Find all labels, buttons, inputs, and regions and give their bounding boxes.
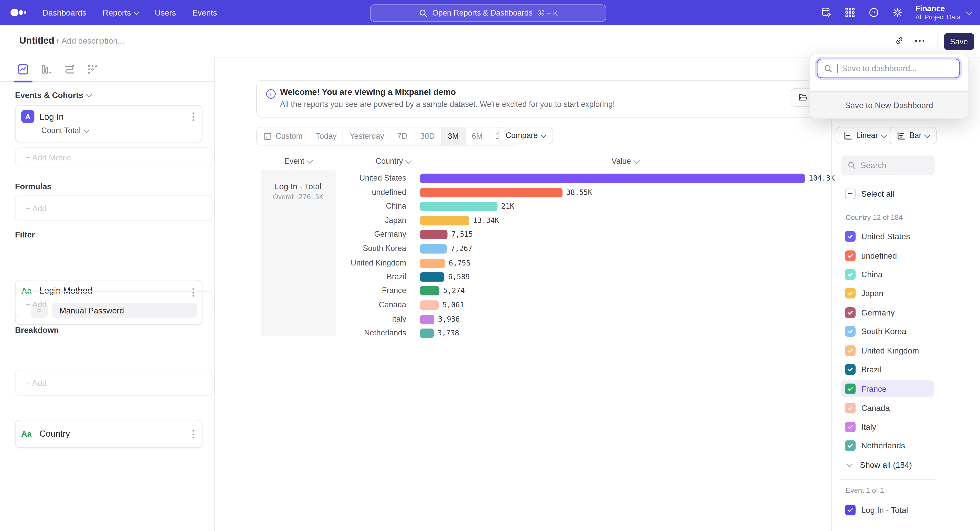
chevron-down-icon <box>846 461 853 467</box>
country-filter-row[interactable]: Brazil <box>841 361 934 377</box>
country-filter-row[interactable]: France <box>841 380 934 396</box>
report-header: Untitled + Add description... <box>0 25 980 57</box>
column-header-value[interactable]: Value <box>587 157 662 165</box>
chart-bar[interactable] <box>420 244 447 253</box>
chart-bar[interactable] <box>420 286 439 295</box>
event-kebab-menu[interactable] <box>192 113 194 121</box>
calendar-icon <box>263 132 272 141</box>
country-checkbox[interactable] <box>845 288 856 298</box>
chart-bar[interactable] <box>420 201 498 211</box>
report-title[interactable]: Untitled <box>19 35 54 46</box>
country-filter-row[interactable]: United States <box>841 228 934 244</box>
events-cohorts-header[interactable]: Events & Cohorts <box>15 90 201 100</box>
add-filter-button[interactable]: + Add <box>15 291 213 317</box>
country-checkbox[interactable] <box>845 345 856 356</box>
tab-funnels[interactable] <box>40 63 52 75</box>
chart-bar[interactable] <box>420 328 434 338</box>
country-filter-row[interactable]: Japan <box>841 285 934 301</box>
country-filter-row[interactable]: Italy <box>841 418 934 435</box>
tab-flows[interactable] <box>63 63 76 75</box>
country-checkbox[interactable] <box>845 403 856 413</box>
search-icon <box>848 161 856 170</box>
breakdown-kebab-menu[interactable] <box>192 430 194 438</box>
country-checkbox[interactable] <box>845 231 856 241</box>
chart-bar[interactable] <box>420 300 439 310</box>
chart-bar[interactable] <box>420 188 563 197</box>
tab-retention[interactable] <box>86 63 99 75</box>
event-checkbox[interactable] <box>845 504 856 515</box>
apps-grid-icon[interactable] <box>844 7 856 18</box>
settings-gear-icon[interactable] <box>892 7 903 18</box>
chart-row: Netherlands3,738 <box>218 326 459 340</box>
chart-bar[interactable] <box>420 230 448 239</box>
formulas-header: Formulas <box>15 182 201 191</box>
add-description-field[interactable]: + Add description... <box>55 36 124 46</box>
filter-header: Filter <box>15 230 201 239</box>
save-to-new-dashboard-button[interactable]: Save to New Dashboard <box>810 91 968 118</box>
range-3m[interactable]: 3M <box>441 127 465 145</box>
copy-link-button[interactable] <box>894 36 904 46</box>
add-breakdown-button[interactable]: + Add <box>15 370 213 396</box>
nav-item-events[interactable]: Events <box>192 8 217 17</box>
scale-select[interactable]: Linear <box>835 127 894 144</box>
country-filter-row[interactable]: Germany <box>841 304 934 320</box>
chart-bar[interactable] <box>420 314 434 324</box>
nav-item-users[interactable]: Users <box>155 8 176 17</box>
country-checkbox[interactable] <box>845 307 856 318</box>
chevron-down-icon <box>881 132 887 138</box>
tab-insights[interactable] <box>17 63 29 75</box>
country-checkbox[interactable] <box>845 269 856 279</box>
range-6m[interactable]: 6M <box>465 127 489 145</box>
global-search-input[interactable]: Open Reports & Dashboards ⌘ + K <box>370 4 606 22</box>
country-filter-row[interactable]: South Korea <box>841 323 934 339</box>
property-type-badge: Aa <box>21 429 32 438</box>
country-checkbox[interactable] <box>845 383 856 394</box>
add-metric-button[interactable]: + Add Metric <box>15 147 213 167</box>
breakdown-card[interactable]: Aa Country <box>15 420 203 448</box>
country-checkbox[interactable] <box>845 326 856 336</box>
nav-item-dashboards[interactable]: Dashboards <box>43 8 86 17</box>
range-yesterday[interactable]: Yesterday <box>343 127 390 145</box>
column-header-event[interactable]: Event <box>261 157 336 165</box>
compare-button[interactable]: Compare <box>498 127 554 144</box>
chart-bar[interactable] <box>420 272 445 282</box>
country-checkbox[interactable] <box>845 364 856 375</box>
chart-bar[interactable] <box>420 173 805 183</box>
country-checkbox[interactable] <box>845 250 856 261</box>
country-filter-row[interactable]: China <box>841 266 934 282</box>
legend-search-input[interactable]: Search <box>841 155 935 175</box>
chart-bar[interactable] <box>420 258 445 268</box>
chart-row: Japan13.34K <box>218 214 499 228</box>
range-7d[interactable]: 7D <box>390 127 414 145</box>
add-formula-button[interactable]: + Add <box>15 195 213 221</box>
save-button[interactable]: Save <box>944 33 974 50</box>
event-aggregation-select[interactable]: Count Total <box>41 126 89 135</box>
show-all-toggle[interactable]: Show all (184) <box>841 457 934 473</box>
select-all-checkbox[interactable] <box>845 188 856 199</box>
range-custom[interactable]: Custom <box>257 127 309 145</box>
nav-item-reports[interactable]: Reports <box>103 8 138 17</box>
range-today[interactable]: Today <box>309 127 343 145</box>
chevron-down-icon <box>133 8 139 14</box>
country-filter-row[interactable]: Canada <box>841 399 934 416</box>
event-card[interactable]: A Log In Count Total <box>15 105 203 142</box>
mixpanel-logo-icon[interactable] <box>10 7 26 17</box>
chart-type-select[interactable]: Bar <box>889 127 937 144</box>
more-options-button[interactable] <box>915 40 924 42</box>
country-filter-row[interactable]: United Kingdom <box>841 342 934 358</box>
data-management-icon[interactable] <box>821 7 832 18</box>
help-icon[interactable]: ? <box>868 7 879 18</box>
project-switcher[interactable]: Finance All Project Data <box>915 4 971 21</box>
event-name[interactable]: Log In <box>39 112 64 122</box>
country-filter-row[interactable]: undefined <box>841 247 934 264</box>
range-30d[interactable]: 30D <box>414 127 441 145</box>
save-dashboard-search-input[interactable]: Save to dashboard... <box>817 59 960 78</box>
event-filter-row[interactable]: Log In - Total <box>841 502 934 518</box>
select-all-row[interactable]: Select all <box>841 185 934 202</box>
chart-bar[interactable] <box>420 216 469 225</box>
column-header-country[interactable]: Country <box>375 157 410 165</box>
country-checkbox[interactable] <box>845 421 856 432</box>
breakdown-property-name[interactable]: Country <box>39 428 70 438</box>
country-filter-row[interactable]: Netherlands <box>841 437 934 453</box>
country-checkbox[interactable] <box>845 440 856 451</box>
